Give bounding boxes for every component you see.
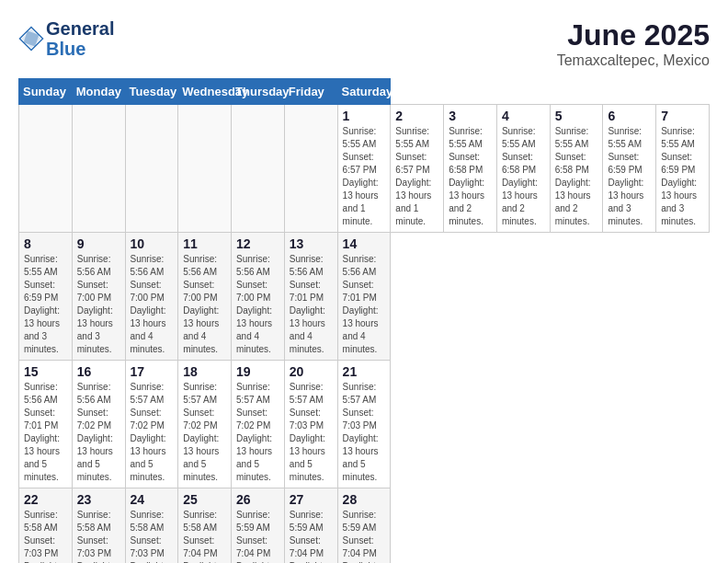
calendar-week-1: 1Sunrise: 5:55 AMSunset: 6:57 PMDaylight… [19, 105, 710, 233]
day-number: 27 [290, 492, 333, 507]
calendar-cell: 14Sunrise: 5:56 AMSunset: 7:01 PMDayligh… [337, 233, 391, 361]
day-number: 11 [183, 236, 226, 251]
day-number: 19 [236, 364, 279, 379]
logo: General Blue [18, 18, 114, 59]
day-info: Sunrise: 5:56 AMSunset: 7:01 PMDaylight:… [290, 253, 333, 356]
day-number: 12 [236, 236, 279, 251]
weekday-header-monday: Monday [72, 79, 125, 105]
calendar-cell: 10Sunrise: 5:56 AMSunset: 7:00 PMDayligh… [125, 233, 178, 361]
day-info: Sunrise: 5:56 AMSunset: 7:00 PMDaylight:… [236, 253, 279, 356]
calendar-cell: 7Sunrise: 5:55 AMSunset: 6:59 PMDaylight… [656, 105, 710, 233]
day-number: 23 [77, 492, 120, 507]
calendar-cell: 16Sunrise: 5:56 AMSunset: 7:02 PMDayligh… [72, 361, 125, 488]
title-block: June 2025 Temaxcaltepec, Mexico [557, 18, 710, 69]
calendar-cell: 26Sunrise: 5:59 AMSunset: 7:04 PMDayligh… [232, 488, 285, 564]
day-number: 28 [343, 492, 386, 507]
day-info: Sunrise: 5:56 AMSunset: 7:02 PMDaylight:… [77, 381, 120, 484]
calendar-cell: 22Sunrise: 5:58 AMSunset: 7:03 PMDayligh… [19, 488, 73, 564]
calendar-cell: 1Sunrise: 5:55 AMSunset: 6:57 PMDaylight… [337, 105, 391, 233]
day-info: Sunrise: 5:57 AMSunset: 7:02 PMDaylight:… [131, 381, 174, 484]
day-info: Sunrise: 5:59 AMSunset: 7:04 PMDaylight:… [236, 509, 279, 563]
calendar-cell: 15Sunrise: 5:56 AMSunset: 7:01 PMDayligh… [19, 361, 73, 488]
day-info: Sunrise: 5:56 AMSunset: 7:00 PMDaylight:… [77, 253, 120, 356]
calendar-cell: 8Sunrise: 5:55 AMSunset: 6:59 PMDaylight… [19, 233, 73, 361]
day-number: 14 [343, 236, 386, 251]
month-title: June 2025 [557, 18, 710, 52]
calendar-cell: 5Sunrise: 5:55 AMSunset: 6:58 PMDaylight… [550, 105, 603, 233]
calendar-cell: 13Sunrise: 5:56 AMSunset: 7:01 PMDayligh… [284, 233, 337, 361]
logo-icon [18, 26, 44, 52]
calendar-cell: 20Sunrise: 5:57 AMSunset: 7:03 PMDayligh… [284, 361, 337, 488]
day-info: Sunrise: 5:55 AMSunset: 6:59 PMDaylight:… [661, 125, 704, 228]
day-info: Sunrise: 5:55 AMSunset: 6:59 PMDaylight:… [24, 253, 67, 356]
calendar-cell: 6Sunrise: 5:55 AMSunset: 6:59 PMDaylight… [603, 105, 656, 233]
weekday-header-row: SundayMondayTuesdayWednesdayThursdayFrid… [19, 79, 710, 105]
day-info: Sunrise: 5:58 AMSunset: 7:03 PMDaylight:… [24, 509, 67, 563]
day-info: Sunrise: 5:56 AMSunset: 7:00 PMDaylight:… [183, 253, 226, 356]
calendar-cell: 25Sunrise: 5:58 AMSunset: 7:04 PMDayligh… [178, 488, 232, 564]
day-info: Sunrise: 5:57 AMSunset: 7:03 PMDaylight:… [343, 381, 386, 484]
day-number: 9 [77, 236, 120, 251]
day-number: 21 [343, 364, 386, 379]
day-info: Sunrise: 5:58 AMSunset: 7:03 PMDaylight:… [77, 509, 120, 563]
day-number: 20 [290, 364, 333, 379]
calendar-cell: 9Sunrise: 5:56 AMSunset: 7:00 PMDaylight… [72, 233, 125, 361]
calendar-cell: 28Sunrise: 5:59 AMSunset: 7:04 PMDayligh… [337, 488, 391, 564]
weekday-header-sunday: Sunday [19, 79, 73, 105]
weekday-header-wednesday: Wednesday [178, 79, 232, 105]
calendar-cell [284, 105, 337, 233]
day-info: Sunrise: 5:58 AMSunset: 7:04 PMDaylight:… [183, 509, 226, 563]
day-info: Sunrise: 5:56 AMSunset: 7:01 PMDaylight:… [343, 253, 386, 356]
weekday-header-friday: Friday [284, 79, 337, 105]
day-number: 3 [449, 109, 492, 123]
calendar-cell: 4Sunrise: 5:55 AMSunset: 6:58 PMDaylight… [496, 105, 550, 233]
page-header: General Blue June 2025 Temaxcaltepec, Me… [18, 18, 710, 69]
day-number: 15 [24, 364, 67, 379]
day-number: 13 [290, 236, 333, 251]
calendar-cell: 12Sunrise: 5:56 AMSunset: 7:00 PMDayligh… [232, 233, 285, 361]
weekday-header-thursday: Thursday [232, 79, 285, 105]
day-number: 24 [131, 492, 174, 507]
day-number: 4 [502, 109, 545, 123]
day-info: Sunrise: 5:59 AMSunset: 7:04 PMDaylight:… [290, 509, 333, 563]
weekday-header-saturday: Saturday [337, 79, 391, 105]
calendar-cell: 21Sunrise: 5:57 AMSunset: 7:03 PMDayligh… [337, 361, 391, 488]
day-info: Sunrise: 5:56 AMSunset: 7:01 PMDaylight:… [24, 381, 67, 484]
calendar-cell: 3Sunrise: 5:55 AMSunset: 6:58 PMDaylight… [444, 105, 497, 233]
day-number: 2 [395, 109, 438, 123]
calendar-cell: 27Sunrise: 5:59 AMSunset: 7:04 PMDayligh… [284, 488, 337, 564]
day-info: Sunrise: 5:57 AMSunset: 7:02 PMDaylight:… [183, 381, 226, 484]
day-info: Sunrise: 5:55 AMSunset: 6:58 PMDaylight:… [449, 125, 492, 228]
day-info: Sunrise: 5:58 AMSunset: 7:03 PMDaylight:… [131, 509, 174, 563]
day-number: 7 [661, 109, 704, 123]
day-number: 6 [608, 109, 651, 123]
day-info: Sunrise: 5:55 AMSunset: 6:57 PMDaylight:… [395, 125, 438, 228]
calendar-week-4: 22Sunrise: 5:58 AMSunset: 7:03 PMDayligh… [19, 488, 710, 564]
day-info: Sunrise: 5:56 AMSunset: 7:00 PMDaylight:… [131, 253, 174, 356]
day-number: 25 [183, 492, 226, 507]
weekday-header-tuesday: Tuesday [125, 79, 178, 105]
day-info: Sunrise: 5:55 AMSunset: 6:58 PMDaylight:… [502, 125, 545, 228]
day-number: 1 [343, 109, 386, 123]
calendar-cell: 2Sunrise: 5:55 AMSunset: 6:57 PMDaylight… [391, 105, 444, 233]
calendar-cell: 23Sunrise: 5:58 AMSunset: 7:03 PMDayligh… [72, 488, 125, 564]
calendar-week-3: 15Sunrise: 5:56 AMSunset: 7:01 PMDayligh… [19, 361, 710, 488]
day-number: 22 [24, 492, 67, 507]
calendar-cell: 18Sunrise: 5:57 AMSunset: 7:02 PMDayligh… [178, 361, 232, 488]
day-number: 26 [236, 492, 279, 507]
calendar-week-2: 8Sunrise: 5:55 AMSunset: 6:59 PMDaylight… [19, 233, 710, 361]
day-number: 8 [24, 236, 67, 251]
calendar-cell: 24Sunrise: 5:58 AMSunset: 7:03 PMDayligh… [125, 488, 178, 564]
calendar-cell: 17Sunrise: 5:57 AMSunset: 7:02 PMDayligh… [125, 361, 178, 488]
day-info: Sunrise: 5:59 AMSunset: 7:04 PMDaylight:… [343, 509, 386, 563]
calendar-table: SundayMondayTuesdayWednesdayThursdayFrid… [18, 78, 710, 563]
calendar-cell: 11Sunrise: 5:56 AMSunset: 7:00 PMDayligh… [178, 233, 232, 361]
day-info: Sunrise: 5:57 AMSunset: 7:02 PMDaylight:… [236, 381, 279, 484]
day-info: Sunrise: 5:55 AMSunset: 6:58 PMDaylight:… [555, 125, 598, 228]
day-number: 10 [131, 236, 174, 251]
day-info: Sunrise: 5:55 AMSunset: 6:57 PMDaylight:… [343, 125, 386, 228]
calendar-cell: 19Sunrise: 5:57 AMSunset: 7:02 PMDayligh… [232, 361, 285, 488]
day-number: 5 [555, 109, 598, 123]
logo-text: General Blue [46, 18, 114, 59]
day-info: Sunrise: 5:57 AMSunset: 7:03 PMDaylight:… [290, 381, 333, 484]
